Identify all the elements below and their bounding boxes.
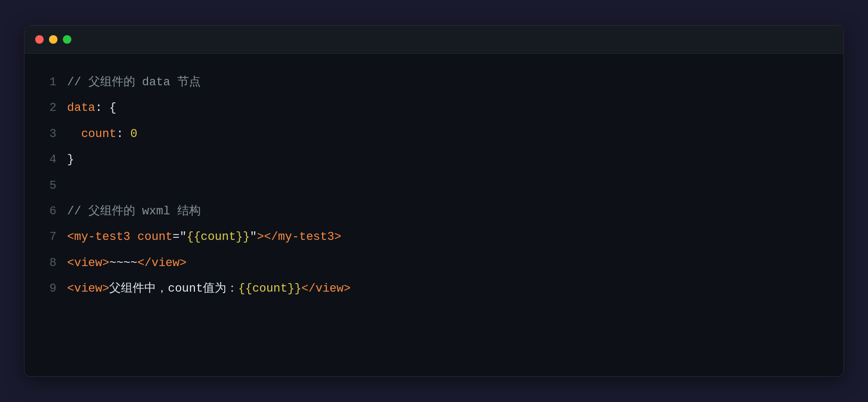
code-segment: {{count}} — [186, 230, 250, 244]
line-number: 9 — [46, 276, 56, 302]
code-line: 8<view>~~~~</view> — [46, 251, 822, 276]
code-editor: 1// 父组件的 data 节点2data: {3 count: 04}56//… — [24, 54, 844, 318]
code-segment: =" — [173, 230, 186, 244]
code-line: 1// 父组件的 data 节点 — [46, 70, 822, 95]
minimize-button[interactable] — [49, 35, 58, 44]
code-segment: > — [102, 256, 109, 270]
code-segment: 父组件中，count值为： — [109, 282, 238, 295]
line-number: 6 — [46, 199, 56, 224]
code-segment: </ — [301, 282, 315, 295]
maximize-button[interactable] — [63, 35, 71, 44]
line-content: count: 0 — [67, 122, 822, 147]
code-segment: view — [74, 256, 102, 270]
close-button[interactable] — [35, 35, 44, 44]
code-segment: 0 — [130, 127, 137, 141]
line-number: 4 — [46, 147, 56, 173]
line-content: data: { — [67, 95, 822, 121]
code-segment: ~~~~ — [109, 256, 137, 270]
line-content: // 父组件的 data 节点 — [67, 70, 822, 95]
code-line: 4} — [46, 147, 822, 173]
code-segment: > — [102, 282, 109, 295]
code-segment: // 父组件的 wxml 结构 — [67, 205, 201, 218]
code-segment: " — [250, 230, 257, 244]
code-segment: count — [67, 127, 116, 141]
line-number: 3 — [46, 122, 56, 147]
code-line: 2data: { — [46, 95, 822, 121]
code-segment: view — [315, 282, 343, 295]
code-segment: // 父组件的 data 节点 — [67, 76, 201, 89]
line-number: 7 — [46, 224, 56, 250]
code-line: 5 — [46, 173, 822, 199]
code-segment: > — [343, 282, 350, 295]
code-segment: my-test3 — [278, 230, 334, 244]
code-line: 9<view>父组件中，count值为：{{count}}</view> — [46, 276, 822, 302]
code-segment: > — [179, 256, 186, 270]
line-content: // 父组件的 wxml 结构 — [67, 199, 822, 224]
code-segment: : — [116, 127, 130, 141]
code-segment: } — [67, 153, 74, 166]
line-number: 5 — [46, 173, 56, 199]
code-line: 7<my-test3 count="{{count}}"></my-test3> — [46, 224, 822, 250]
code-segment: {{count}} — [238, 282, 301, 295]
code-segment: ></ — [257, 230, 278, 244]
line-content: <my-test3 count="{{count}}"></my-test3> — [67, 224, 822, 250]
code-line: 3 count: 0 — [46, 122, 822, 147]
code-segment: count — [130, 230, 173, 244]
line-number: 1 — [46, 70, 56, 95]
code-segment: view — [74, 282, 102, 295]
title-bar — [24, 26, 844, 54]
code-segment: : { — [95, 101, 117, 115]
code-segment: < — [67, 282, 74, 295]
line-number: 8 — [46, 251, 56, 276]
line-number: 2 — [46, 95, 56, 121]
code-segment: view — [151, 256, 179, 270]
line-content: <view>父组件中，count值为：{{count}}</view> — [67, 276, 822, 302]
code-segment: data — [67, 101, 95, 115]
code-segment: > — [334, 230, 341, 244]
code-segment: < — [67, 256, 74, 270]
code-segment: < — [67, 230, 74, 244]
code-window: 1// 父组件的 data 节点2data: {3 count: 04}56//… — [24, 25, 844, 377]
code-segment: my-test3 — [74, 230, 130, 244]
code-line: 6// 父组件的 wxml 结构 — [46, 199, 822, 224]
line-content: <view>~~~~</view> — [67, 251, 822, 276]
code-segment: </ — [137, 256, 151, 270]
line-content: } — [67, 147, 822, 173]
